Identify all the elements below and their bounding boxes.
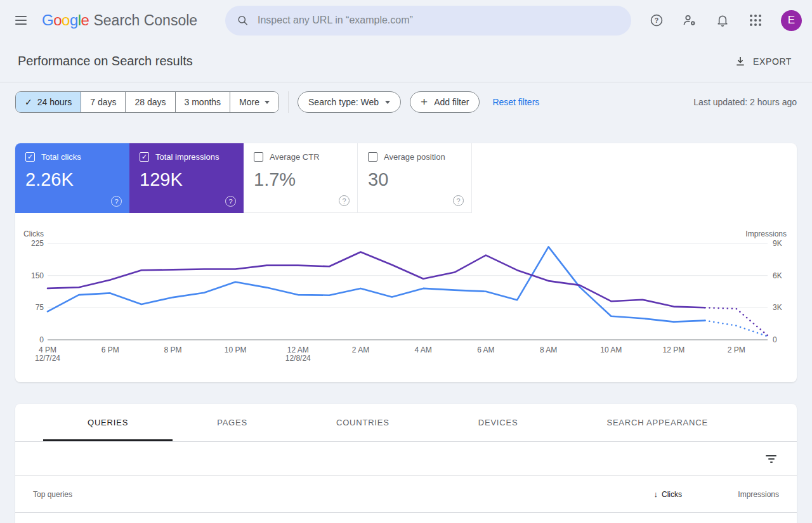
metric-card-total-clicks[interactable]: ✓ Total clicks 2.26K ?	[15, 143, 129, 213]
metric-value: 2.26K	[25, 169, 119, 190]
svg-text:6 AM: 6 AM	[477, 345, 494, 354]
top-app-bar: Google Search Console ?	[0, 0, 812, 41]
column-header-clicks[interactable]: ↓Clicks	[587, 489, 682, 499]
help-icon[interactable]: ?	[649, 13, 664, 28]
url-inspect-input[interactable]	[258, 15, 620, 26]
column-header-top-queries[interactable]: Top queries	[33, 490, 587, 499]
check-icon: ✓	[25, 97, 32, 107]
url-inspect-searchbox[interactable]	[225, 6, 631, 36]
chip-label: 28 days	[134, 97, 166, 107]
add-filter-button[interactable]: + Add filter	[410, 91, 480, 113]
metric-value: 1.7%	[254, 169, 347, 190]
app-logo[interactable]: Google Search Console	[42, 11, 197, 29]
chip-3-months[interactable]: 3 months	[175, 92, 230, 112]
metric-card-average-position[interactable]: ✓ Average position 30 ?	[358, 143, 472, 213]
google-logo: Google	[42, 11, 89, 29]
chip-28-days[interactable]: 28 days	[125, 92, 174, 112]
checkbox-checked-icon[interactable]: ✓	[25, 152, 35, 162]
help-icon[interactable]: ?	[453, 195, 464, 206]
svg-text:9K: 9K	[773, 239, 782, 248]
divider	[288, 91, 289, 113]
svg-text:0: 0	[773, 335, 777, 344]
chip-24-hours[interactable]: ✓ 24 hours	[16, 92, 81, 112]
metric-value: 129K	[140, 169, 233, 190]
tab-queries[interactable]: QUERIES	[43, 404, 173, 441]
help-icon[interactable]: ?	[111, 196, 122, 207]
menu-icon[interactable]	[15, 13, 30, 28]
app-name: Search Console	[93, 12, 197, 29]
chevron-down-icon	[265, 101, 270, 104]
chip-label: 24 hours	[37, 97, 72, 107]
column-header-impressions[interactable]: Impressions	[682, 490, 779, 499]
performance-line-chart[interactable]: 2259K1506K753K00ClicksImpressions4 PM12/…	[15, 228, 797, 368]
chip-label: 3 months	[185, 97, 221, 107]
svg-text:?: ?	[655, 16, 658, 24]
svg-text:2 AM: 2 AM	[352, 345, 369, 354]
download-icon	[734, 55, 747, 68]
export-button[interactable]: EXPORT	[729, 51, 797, 72]
chip-more[interactable]: More	[230, 92, 278, 112]
performance-chart-panel: ✓ Total clicks 2.26K ? ✓ Total impressio…	[15, 143, 797, 382]
svg-text:10 AM: 10 AM	[600, 345, 622, 354]
svg-text:12 AM: 12 AM	[287, 345, 309, 354]
search-type-label: Search type: Web	[308, 97, 379, 107]
svg-text:Impressions: Impressions	[745, 229, 787, 238]
table-header-row: Top queries ↓Clicks Impressions	[15, 476, 797, 513]
user-settings-icon[interactable]	[682, 13, 697, 28]
chart-area: 2259K1506K753K00ClicksImpressions4 PM12/…	[15, 213, 797, 382]
svg-text:3K: 3K	[773, 303, 782, 312]
svg-text:75: 75	[36, 303, 44, 312]
tab-devices[interactable]: DEVICES	[434, 404, 563, 441]
search-type-dropdown[interactable]: Search type: Web	[298, 91, 401, 113]
metric-label: Total impressions	[155, 152, 219, 162]
help-icon[interactable]: ?	[339, 195, 350, 206]
chip-label: 7 days	[90, 97, 116, 107]
svg-text:12 PM: 12 PM	[663, 345, 685, 354]
search-icon	[237, 14, 249, 27]
add-filter-label: Add filter	[434, 97, 469, 107]
arrow-down-icon: ↓	[654, 489, 658, 499]
svg-text:8 AM: 8 AM	[540, 345, 557, 354]
metric-card-average-ctr[interactable]: ✓ Average CTR 1.7% ?	[244, 143, 358, 213]
help-icon[interactable]: ?	[225, 196, 236, 207]
chevron-down-icon	[385, 101, 390, 104]
dimension-tabs: QUERIES PAGES COUNTRIES DEVICES SEARCH A…	[15, 404, 797, 442]
checkbox-unchecked-icon[interactable]: ✓	[254, 152, 263, 162]
apps-grid-icon[interactable]	[748, 13, 763, 28]
notifications-icon[interactable]	[715, 13, 730, 28]
export-label: EXPORT	[753, 56, 792, 67]
svg-text:150: 150	[31, 271, 44, 280]
reset-filters-link[interactable]: Reset filters	[492, 97, 539, 107]
dimensions-table-panel: QUERIES PAGES COUNTRIES DEVICES SEARCH A…	[15, 404, 797, 523]
tab-countries[interactable]: COUNTRIES	[292, 404, 434, 441]
metric-label: Average CTR	[270, 152, 320, 162]
last-updated-text: Last updated: 2 hours ago	[693, 97, 797, 107]
metric-label: Average position	[384, 152, 445, 162]
metric-value: 30	[368, 169, 461, 190]
svg-text:10 PM: 10 PM	[225, 345, 247, 354]
metric-cards-row: ✓ Total clicks 2.26K ? ✓ Total impressio…	[15, 143, 797, 213]
metric-label: Total clicks	[41, 152, 81, 162]
svg-text:6 PM: 6 PM	[102, 345, 119, 354]
checkbox-checked-icon[interactable]: ✓	[140, 152, 149, 162]
checkbox-unchecked-icon[interactable]: ✓	[368, 152, 377, 162]
filter-bar: ✓ 24 hours 7 days 28 days 3 months More …	[0, 82, 812, 123]
page-title: Performance on Search results	[18, 54, 193, 68]
tab-search-appearance[interactable]: SEARCH APPEARANCE	[562, 404, 752, 441]
svg-text:4 PM: 4 PM	[39, 345, 56, 354]
chip-label: More	[239, 97, 259, 107]
svg-text:12/8/24: 12/8/24	[285, 354, 311, 363]
svg-text:12/7/24: 12/7/24	[35, 354, 60, 363]
svg-text:225: 225	[31, 239, 44, 248]
account-avatar[interactable]: E	[781, 10, 802, 31]
svg-text:0: 0	[39, 335, 44, 344]
svg-text:8 PM: 8 PM	[164, 345, 181, 354]
date-range-chip-group: ✓ 24 hours 7 days 28 days 3 months More	[15, 91, 279, 113]
chip-7-days[interactable]: 7 days	[81, 92, 125, 112]
svg-text:2 PM: 2 PM	[728, 345, 745, 354]
tab-pages[interactable]: PAGES	[173, 404, 292, 441]
page-header: Performance on Search results EXPORT	[0, 41, 812, 82]
metric-card-total-impressions[interactable]: ✓ Total impressions 129K ?	[129, 143, 244, 213]
plus-icon: +	[421, 96, 428, 108]
filter-list-icon[interactable]	[763, 453, 779, 465]
